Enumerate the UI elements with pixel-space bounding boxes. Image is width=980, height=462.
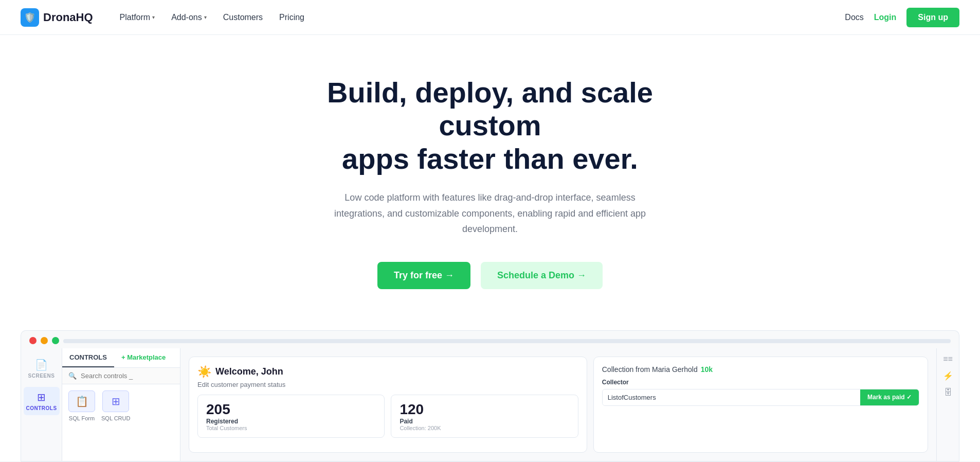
collection-title: Collection from Maria Gerhold [602,365,698,374]
stat-paid: 120 Paid Collection: 200K [391,395,578,438]
logo[interactable]: 🛡️ DronaHQ [21,8,93,27]
demo-section: 📄 SCREENS ⊞ CONTROLS CONTROLS + Marketpl… [0,320,980,461]
app-preview: 📄 SCREENS ⊞ CONTROLS CONTROLS + Marketpl… [21,348,959,461]
hero-title: Build, deploy, and scale custom apps fas… [279,76,701,175]
screens-icon: 📄 [35,359,48,371]
nav-login-link[interactable]: Login [874,13,897,22]
nav-platform[interactable]: Platform ▾ [114,9,161,26]
try-for-free-button[interactable]: Try for free → [377,262,470,289]
search-controls-input[interactable] [81,372,174,380]
stat-label-registered: Registered [206,418,376,425]
stats-row: 205 Registered Total Customers 120 Paid … [197,395,578,438]
tab-marketplace[interactable]: + Marketplace [114,348,173,367]
stat-registered: 205 Registered Total Customers [197,395,385,438]
logo-icon: 🛡️ [21,8,39,27]
stat-number-registered: 205 [206,401,376,418]
collector-input[interactable] [603,389,860,405]
window-minimize-dot [41,337,48,344]
controls-panel: CONTROLS + Marketplace 🔍 📋 SQL Form [62,348,180,461]
database-icon[interactable]: 🗄 [944,388,952,397]
window-close-dot [29,337,37,344]
controls-items-grid: 📋 SQL Form ⊞ SQL CRUD [62,384,180,428]
scrollbar [63,339,951,343]
content-area: 🛡️ DronaHQ Platform ▾ Add-ons ▾ Customer… [0,0,980,461]
nav-docs-link[interactable]: Docs [845,13,863,22]
hero-subtitle: Low code platform with features like dra… [331,190,649,237]
filter-icon[interactable]: ≡≡ [943,354,953,364]
collector-field-label: Collector [602,379,919,386]
controls-icon: ⊞ [37,391,46,403]
welcome-title: Welcome, John [215,366,283,377]
collection-card: Collection from Maria Gerhold 10k Collec… [593,357,928,453]
sql-form-icon: 📋 [68,390,95,412]
tab-controls[interactable]: CONTROLS [62,348,114,367]
window-chrome [21,330,959,348]
right-sidebar: ≡≡ ⚡ 🗄 [936,348,959,461]
navbar: 🛡️ DronaHQ Platform ▾ Add-ons ▾ Customer… [0,0,980,35]
welcome-header: ☀️ Welcome, John [197,365,578,379]
sidebar-item-controls[interactable]: ⊞ CONTROLS [24,387,60,415]
nav-addons[interactable]: Add-ons ▾ [165,9,213,26]
brand-name: DronaHQ [43,11,93,24]
collection-amount: 10k [701,365,713,374]
lightning-icon[interactable]: ⚡ [943,371,953,381]
hero-buttons: Try for free → Schedule a Demo → [279,262,701,289]
nav-customers[interactable]: Customers [217,9,269,26]
collection-field: Mark as paid ✓ [602,389,919,406]
controls-search-bar: 🔍 [62,368,180,384]
control-item-sql-form[interactable]: 📋 SQL Form [68,390,95,421]
stat-label-paid: Paid [400,418,569,425]
left-panel: 📄 SCREENS ⊞ CONTROLS [21,348,62,461]
sql-crud-icon: ⊞ [102,390,129,412]
mark-as-paid-button[interactable]: Mark as paid ✓ [860,389,919,405]
nav-links: Platform ▾ Add-ons ▾ Customers Pricing [114,9,845,26]
app-main-content: ☀️ Welcome, John Edit customer payment s… [180,348,936,461]
schedule-demo-button[interactable]: Schedule a Demo → [481,262,603,289]
collection-header: Collection from Maria Gerhold 10k [602,365,919,374]
nav-signup-button[interactable]: Sign up [906,8,959,27]
window-fullscreen-dot [52,337,59,344]
stat-sublabel-registered: Total Customers [206,425,376,431]
sidebar-item-screens[interactable]: 📄 SCREENS [24,354,60,383]
welcome-subtitle: Edit customer payment status [197,381,578,388]
nav-right: Docs Login Sign up [845,8,959,27]
sun-icon: ☀️ [197,365,211,379]
stat-number-paid: 120 [400,401,569,418]
chevron-down-icon: ▾ [204,14,207,20]
stat-sublabel-paid: Collection: 200K [400,425,569,431]
search-icon: 🔍 [68,372,77,380]
nav-pricing[interactable]: Pricing [273,9,311,26]
welcome-card: ☀️ Welcome, John Edit customer payment s… [189,357,587,453]
page-wrapper: 🛡️ DronaHQ Platform ▾ Add-ons ▾ Customer… [0,0,980,462]
controls-tabs: CONTROLS + Marketplace [62,348,180,368]
hero-section: Build, deploy, and scale custom apps fas… [259,35,721,320]
chevron-down-icon: ▾ [152,14,155,20]
control-item-sql-crud[interactable]: ⊞ SQL CRUD [101,390,130,421]
